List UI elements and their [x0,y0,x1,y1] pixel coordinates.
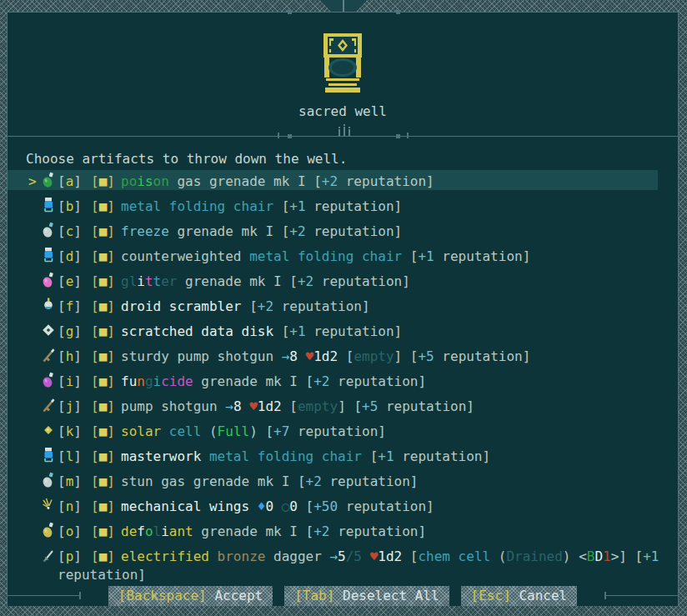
grenade-icon [42,372,55,388]
list-item-g[interactable]: [g][■]scratched data disk [+1 reputation… [8,319,678,344]
list-item-p[interactable]: [p][■]electrified bronze dagger →5/5 ♥1d… [8,544,678,586]
item-label: solar cell (Full) [+7 reputation] [121,423,386,441]
list-item-k[interactable]: [k][■]solar cell (Full) [+7 reputation] [8,419,678,444]
list-item-f[interactable]: [f][■]droid scrambler [+2 reputation] [8,294,678,319]
item-label: pump shotgun →8 ♥1d2 [empty] [+5 reputat… [121,398,474,416]
item-key: [n] [58,498,82,516]
item-checkbox[interactable]: [■] [91,348,115,366]
item-label: sturdy pump shotgun →8 ♥1d2 [empty] [+5 … [121,348,530,366]
item-key: [g] [58,323,82,341]
item-key: [l] [58,448,82,466]
footer-bar: [Backspace] Accept [Tab] Deselect All [E… [8,586,678,606]
artifact-list: >[a][■]poison gas grenade mk I [+2 reput… [8,169,678,586]
item-checkbox[interactable]: [■] [91,523,115,541]
dialog-header: sacred well [8,13,678,137]
dialog-panel: sacred well Choose artifacts to throw do… [7,12,679,606]
list-item-e[interactable]: [e][■]glitter grenade mk I [+2 reputatio… [8,269,678,294]
prompt-text: Choose artifacts to throw down the well. [26,151,347,167]
item-checkbox[interactable]: [■] [91,473,115,491]
list-item-h[interactable]: [h][■]sturdy pump shotgun →8 ♥1d2 [empty… [8,344,678,369]
list-item-j[interactable]: [j][■]pump shotgun →8 ♥1d2 [empty] [+5 r… [8,394,678,419]
border-cap [396,134,400,138]
item-label: glitter grenade mk I [+2 reputation] [121,273,410,291]
list-item-m[interactable]: [m][■]stun gas grenade mk I [+2 reputati… [8,469,678,494]
chair-icon [42,197,55,213]
chair-icon [42,447,55,463]
list-item-i[interactable]: [i][■]fungicide grenade mk I [+2 reputat… [8,369,678,394]
border-tick [407,133,409,138]
item-label: stun gas grenade mk I [+2 reputation] [121,473,418,491]
item-checkbox[interactable]: [■] [91,498,115,516]
list-item-c[interactable]: [c][■]freeze grenade mk I [+2 reputation… [8,219,678,244]
solar-icon [42,422,55,438]
item-key: [o] [58,523,82,541]
item-key: [a] [58,173,82,191]
item-key: [d] [58,248,82,266]
list-item-d[interactable]: [d][■]counterweighted metal folding chai… [8,244,678,269]
disk-icon [42,322,55,338]
grenade-icon [42,272,55,288]
item-label: electrified bronze dagger →5/5 ♥1d2 [che… [121,548,659,566]
divider-pin [338,129,340,136]
grenade-icon [42,472,55,488]
border-tick [278,133,279,138]
item-checkbox[interactable]: [■] [91,548,115,566]
item-checkbox[interactable]: [■] [91,273,115,291]
item-label: counterweighted metal folding chair [+1 … [121,248,530,266]
item-label: poison gas grenade mk I [+2 reputation] [121,173,434,191]
item-key: [i] [58,373,82,391]
item-label-wrap: reputation] [58,566,146,584]
item-label: droid scrambler [+2 reputation] [121,298,370,316]
item-label: freeze grenade mk I [+2 reputation] [121,223,402,241]
list-item-a[interactable]: >[a][■]poison gas grenade mk I [+2 reput… [8,169,678,194]
item-checkbox[interactable]: [■] [91,373,115,391]
item-checkbox[interactable]: [■] [91,173,115,191]
list-item-o[interactable]: [o][■]defoliant grenade mk I [+2 reputat… [8,519,678,544]
dagger-icon [42,547,55,563]
grenade-icon [42,222,55,238]
item-checkbox[interactable]: [■] [91,398,115,416]
item-checkbox[interactable]: [■] [91,448,115,466]
item-key: [e] [58,273,82,291]
item-label: scratched data disk [+1 reputation] [121,323,402,341]
item-key: [m] [58,473,82,491]
item-label: defoliant grenade mk I [+2 reputation] [121,523,426,541]
item-label: metal folding chair [+1 reputation] [121,198,402,216]
item-checkbox[interactable]: [■] [91,248,115,266]
item-key: [h] [58,348,82,366]
shotgun-icon [42,397,55,413]
selection-cursor: > [28,173,37,191]
border-cap [288,134,292,138]
item-label: fungicide grenade mk I [+2 reputation] [121,373,426,391]
list-item-l[interactable]: [l][■]masterwork metal folding chair [+1… [8,444,678,469]
shotgun-icon [42,347,55,363]
wings-icon [42,497,55,513]
item-key: [k] [58,423,82,441]
scrambler-icon [42,297,55,313]
item-checkbox[interactable]: [■] [91,423,115,441]
grenade-icon [42,522,55,538]
divider-pin [344,127,345,136]
item-checkbox[interactable]: [■] [91,323,115,341]
item-label: masterwork metal folding chair [+1 reput… [121,448,490,466]
item-label: mechanical wings ♦0 ○0 [+50 reputation] [121,498,434,516]
divider-pin [349,129,350,136]
cancel-button[interactable]: [Esc] Cancel [461,586,578,606]
item-key: [f] [58,298,82,316]
list-item-b[interactable]: [b][■]metal folding chair [+1 reputation… [8,194,678,219]
chair-icon [42,247,55,263]
accept-button[interactable]: [Backspace] Accept [108,586,273,606]
item-checkbox[interactable]: [■] [91,298,115,316]
sacred-well-sprite [323,33,363,97]
page-title: sacred well [8,103,678,119]
deselect-all-button[interactable]: [Tab] Deselect All [284,586,449,606]
item-key: [b] [58,198,82,216]
sacred-well-screen: { "palette": { "Y": "#E6EFEB", "y": "#B7… [0,0,687,616]
item-checkbox[interactable]: [■] [91,198,115,216]
item-key: [p] [58,548,82,566]
item-key: [c] [58,223,82,241]
list-item-n[interactable]: [n][■]mechanical wings ♦0 ○0 [+50 reputa… [8,494,678,519]
grenade-icon [42,172,55,188]
item-key: [j] [58,398,82,416]
item-checkbox[interactable]: [■] [91,223,115,241]
